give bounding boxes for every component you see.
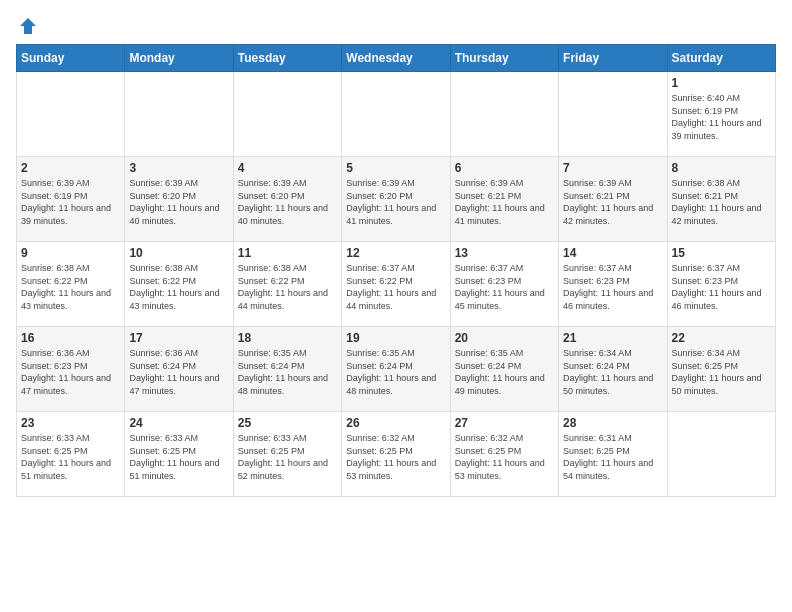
- calendar-cell: 23Sunrise: 6:33 AM Sunset: 6:25 PM Dayli…: [17, 412, 125, 497]
- day-number: 17: [129, 331, 228, 345]
- calendar-table: SundayMondayTuesdayWednesdayThursdayFrid…: [16, 44, 776, 497]
- calendar-cell: 13Sunrise: 6:37 AM Sunset: 6:23 PM Dayli…: [450, 242, 558, 327]
- day-number: 21: [563, 331, 662, 345]
- calendar-cell: [667, 412, 775, 497]
- calendar-cell: 3Sunrise: 6:39 AM Sunset: 6:20 PM Daylig…: [125, 157, 233, 242]
- day-info: Sunrise: 6:39 AM Sunset: 6:21 PM Dayligh…: [563, 177, 662, 227]
- day-number: 13: [455, 246, 554, 260]
- day-number: 14: [563, 246, 662, 260]
- day-number: 19: [346, 331, 445, 345]
- calendar-cell: [125, 72, 233, 157]
- calendar-cell: 12Sunrise: 6:37 AM Sunset: 6:22 PM Dayli…: [342, 242, 450, 327]
- day-number: 27: [455, 416, 554, 430]
- weekday-header-cell: Tuesday: [233, 45, 341, 72]
- day-number: 8: [672, 161, 771, 175]
- day-number: 2: [21, 161, 120, 175]
- calendar-week-row: 1Sunrise: 6:40 AM Sunset: 6:19 PM Daylig…: [17, 72, 776, 157]
- day-info: Sunrise: 6:33 AM Sunset: 6:25 PM Dayligh…: [21, 432, 120, 482]
- day-info: Sunrise: 6:39 AM Sunset: 6:20 PM Dayligh…: [346, 177, 445, 227]
- day-number: 12: [346, 246, 445, 260]
- day-number: 11: [238, 246, 337, 260]
- day-info: Sunrise: 6:35 AM Sunset: 6:24 PM Dayligh…: [346, 347, 445, 397]
- day-info: Sunrise: 6:34 AM Sunset: 6:24 PM Dayligh…: [563, 347, 662, 397]
- calendar-cell: [233, 72, 341, 157]
- day-number: 9: [21, 246, 120, 260]
- day-number: 16: [21, 331, 120, 345]
- day-info: Sunrise: 6:40 AM Sunset: 6:19 PM Dayligh…: [672, 92, 771, 142]
- day-number: 28: [563, 416, 662, 430]
- calendar-cell: 9Sunrise: 6:38 AM Sunset: 6:22 PM Daylig…: [17, 242, 125, 327]
- calendar-week-row: 2Sunrise: 6:39 AM Sunset: 6:19 PM Daylig…: [17, 157, 776, 242]
- calendar-body: 1Sunrise: 6:40 AM Sunset: 6:19 PM Daylig…: [17, 72, 776, 497]
- calendar-cell: 7Sunrise: 6:39 AM Sunset: 6:21 PM Daylig…: [559, 157, 667, 242]
- calendar-cell: 5Sunrise: 6:39 AM Sunset: 6:20 PM Daylig…: [342, 157, 450, 242]
- weekday-header-cell: Saturday: [667, 45, 775, 72]
- day-number: 18: [238, 331, 337, 345]
- calendar-cell: 8Sunrise: 6:38 AM Sunset: 6:21 PM Daylig…: [667, 157, 775, 242]
- day-info: Sunrise: 6:32 AM Sunset: 6:25 PM Dayligh…: [455, 432, 554, 482]
- weekday-header-cell: Thursday: [450, 45, 558, 72]
- day-info: Sunrise: 6:38 AM Sunset: 6:22 PM Dayligh…: [238, 262, 337, 312]
- calendar-cell: 21Sunrise: 6:34 AM Sunset: 6:24 PM Dayli…: [559, 327, 667, 412]
- day-number: 6: [455, 161, 554, 175]
- calendar-cell: 17Sunrise: 6:36 AM Sunset: 6:24 PM Dayli…: [125, 327, 233, 412]
- calendar-week-row: 23Sunrise: 6:33 AM Sunset: 6:25 PM Dayli…: [17, 412, 776, 497]
- day-info: Sunrise: 6:38 AM Sunset: 6:21 PM Dayligh…: [672, 177, 771, 227]
- calendar-cell: 16Sunrise: 6:36 AM Sunset: 6:23 PM Dayli…: [17, 327, 125, 412]
- calendar-cell: 11Sunrise: 6:38 AM Sunset: 6:22 PM Dayli…: [233, 242, 341, 327]
- day-number: 26: [346, 416, 445, 430]
- calendar-cell: 22Sunrise: 6:34 AM Sunset: 6:25 PM Dayli…: [667, 327, 775, 412]
- day-number: 24: [129, 416, 228, 430]
- weekday-header-cell: Sunday: [17, 45, 125, 72]
- logo-icon: [18, 16, 38, 36]
- day-number: 1: [672, 76, 771, 90]
- calendar-cell: [342, 72, 450, 157]
- day-info: Sunrise: 6:39 AM Sunset: 6:21 PM Dayligh…: [455, 177, 554, 227]
- calendar-cell: 25Sunrise: 6:33 AM Sunset: 6:25 PM Dayli…: [233, 412, 341, 497]
- calendar-cell: 6Sunrise: 6:39 AM Sunset: 6:21 PM Daylig…: [450, 157, 558, 242]
- day-number: 20: [455, 331, 554, 345]
- day-number: 22: [672, 331, 771, 345]
- day-number: 25: [238, 416, 337, 430]
- page-header: [16, 16, 776, 36]
- day-info: Sunrise: 6:39 AM Sunset: 6:19 PM Dayligh…: [21, 177, 120, 227]
- calendar-cell: [17, 72, 125, 157]
- day-info: Sunrise: 6:33 AM Sunset: 6:25 PM Dayligh…: [129, 432, 228, 482]
- calendar-cell: 27Sunrise: 6:32 AM Sunset: 6:25 PM Dayli…: [450, 412, 558, 497]
- day-info: Sunrise: 6:35 AM Sunset: 6:24 PM Dayligh…: [238, 347, 337, 397]
- calendar-week-row: 16Sunrise: 6:36 AM Sunset: 6:23 PM Dayli…: [17, 327, 776, 412]
- calendar-cell: 2Sunrise: 6:39 AM Sunset: 6:19 PM Daylig…: [17, 157, 125, 242]
- calendar-cell: 20Sunrise: 6:35 AM Sunset: 6:24 PM Dayli…: [450, 327, 558, 412]
- day-info: Sunrise: 6:36 AM Sunset: 6:24 PM Dayligh…: [129, 347, 228, 397]
- day-info: Sunrise: 6:37 AM Sunset: 6:22 PM Dayligh…: [346, 262, 445, 312]
- day-info: Sunrise: 6:33 AM Sunset: 6:25 PM Dayligh…: [238, 432, 337, 482]
- calendar-cell: 26Sunrise: 6:32 AM Sunset: 6:25 PM Dayli…: [342, 412, 450, 497]
- day-info: Sunrise: 6:38 AM Sunset: 6:22 PM Dayligh…: [129, 262, 228, 312]
- weekday-header-cell: Wednesday: [342, 45, 450, 72]
- day-number: 3: [129, 161, 228, 175]
- weekday-header-row: SundayMondayTuesdayWednesdayThursdayFrid…: [17, 45, 776, 72]
- day-number: 7: [563, 161, 662, 175]
- day-number: 15: [672, 246, 771, 260]
- day-info: Sunrise: 6:31 AM Sunset: 6:25 PM Dayligh…: [563, 432, 662, 482]
- day-info: Sunrise: 6:38 AM Sunset: 6:22 PM Dayligh…: [21, 262, 120, 312]
- weekday-header-cell: Monday: [125, 45, 233, 72]
- calendar-cell: 19Sunrise: 6:35 AM Sunset: 6:24 PM Dayli…: [342, 327, 450, 412]
- day-info: Sunrise: 6:36 AM Sunset: 6:23 PM Dayligh…: [21, 347, 120, 397]
- day-number: 23: [21, 416, 120, 430]
- calendar-cell: [559, 72, 667, 157]
- day-number: 5: [346, 161, 445, 175]
- day-info: Sunrise: 6:39 AM Sunset: 6:20 PM Dayligh…: [238, 177, 337, 227]
- day-number: 4: [238, 161, 337, 175]
- day-info: Sunrise: 6:37 AM Sunset: 6:23 PM Dayligh…: [672, 262, 771, 312]
- calendar-cell: 15Sunrise: 6:37 AM Sunset: 6:23 PM Dayli…: [667, 242, 775, 327]
- calendar-cell: 14Sunrise: 6:37 AM Sunset: 6:23 PM Dayli…: [559, 242, 667, 327]
- day-info: Sunrise: 6:37 AM Sunset: 6:23 PM Dayligh…: [455, 262, 554, 312]
- weekday-header-cell: Friday: [559, 45, 667, 72]
- svg-marker-0: [20, 18, 36, 34]
- logo: [16, 16, 38, 36]
- calendar-cell: [450, 72, 558, 157]
- calendar-week-row: 9Sunrise: 6:38 AM Sunset: 6:22 PM Daylig…: [17, 242, 776, 327]
- day-info: Sunrise: 6:32 AM Sunset: 6:25 PM Dayligh…: [346, 432, 445, 482]
- calendar-cell: 1Sunrise: 6:40 AM Sunset: 6:19 PM Daylig…: [667, 72, 775, 157]
